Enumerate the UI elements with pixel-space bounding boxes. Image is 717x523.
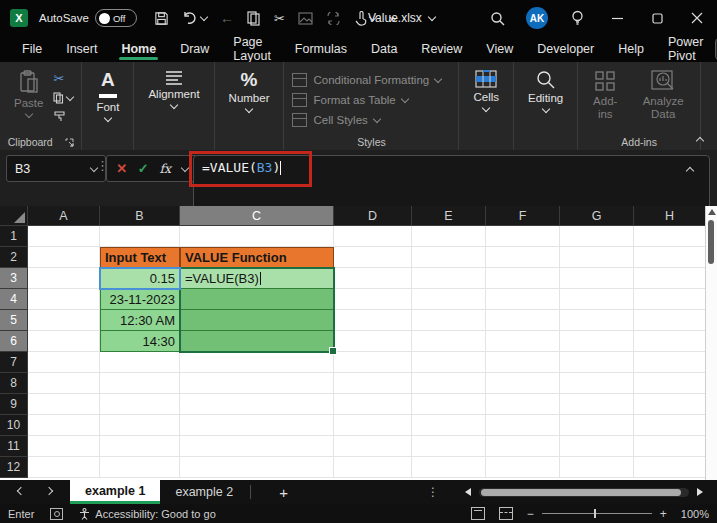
sheet-tab-example-2[interactable]: example 2 — [160, 480, 248, 504]
minimize-button[interactable] — [597, 0, 637, 36]
cell-G12[interactable] — [560, 457, 634, 478]
conditional-formatting-button[interactable]: Conditional Formatting — [292, 72, 441, 88]
cut-icon[interactable]: ✂ — [274, 11, 285, 26]
scroll-left-icon[interactable] — [465, 488, 471, 496]
cell-A10[interactable] — [28, 415, 100, 436]
cell-E7[interactable] — [412, 352, 486, 373]
cell-F3[interactable] — [486, 268, 560, 289]
undo-button[interactable] — [182, 11, 207, 25]
cell-E4[interactable] — [412, 289, 486, 310]
cell-H6[interactable] — [634, 331, 706, 352]
cell-D1[interactable] — [334, 226, 412, 247]
cell-B1[interactable] — [100, 226, 180, 247]
column-header-A[interactable]: A — [28, 206, 100, 226]
cell-C12[interactable] — [180, 457, 334, 478]
zoom-slider-thumb[interactable] — [594, 509, 596, 518]
cell-B7[interactable] — [100, 352, 180, 373]
menu-tab-formulas[interactable]: Formulas — [283, 36, 359, 62]
cell-A6[interactable] — [28, 331, 100, 352]
cell-E6[interactable] — [412, 331, 486, 352]
cell-A7[interactable] — [28, 352, 100, 373]
enter-button[interactable]: ✓ — [138, 161, 149, 176]
cell-C1[interactable] — [180, 226, 334, 247]
copy-chevron-icon[interactable] — [66, 93, 74, 101]
copy-button[interactable] — [53, 92, 73, 104]
cell-D8[interactable] — [334, 373, 412, 394]
paste-button[interactable]: Paste — [8, 68, 49, 119]
cell-C7[interactable] — [180, 352, 334, 373]
cell-D12[interactable] — [334, 457, 412, 478]
cell-B5[interactable]: 12:30 AM — [100, 310, 180, 331]
analyze-data-button[interactable]: Analyze Data — [634, 68, 692, 123]
column-header-F[interactable]: F — [486, 206, 560, 226]
sheet-tab-example-1[interactable]: example 1 — [70, 480, 160, 504]
column-header-C[interactable]: C — [180, 206, 334, 226]
cell-E8[interactable] — [412, 373, 486, 394]
cell-H1[interactable] — [634, 226, 706, 247]
cell-D6[interactable] — [334, 331, 412, 352]
menu-tab-developer[interactable]: Developer — [525, 36, 606, 62]
zoom-level[interactable]: 100% — [681, 508, 709, 520]
cell-H3[interactable] — [634, 268, 706, 289]
scroll-up-icon[interactable] — [708, 209, 716, 215]
cell-C5[interactable] — [180, 310, 334, 331]
row-header-7[interactable]: 7 — [0, 352, 28, 373]
zoom-out-button[interactable]: − — [527, 507, 534, 521]
document-title[interactable]: Value.xlsx — [368, 11, 422, 25]
page-break-view-icon[interactable] — [499, 507, 513, 520]
select-all-button[interactable] — [0, 206, 28, 226]
vertical-scrollbar-thumb[interactable] — [708, 220, 714, 264]
autosave-toggle[interactable]: Off — [95, 9, 137, 27]
cell-D7[interactable] — [334, 352, 412, 373]
cell-C8[interactable] — [180, 373, 334, 394]
row-header-2[interactable]: 2 — [0, 247, 28, 268]
cell-F2[interactable] — [486, 247, 560, 268]
cell-F4[interactable] — [486, 289, 560, 310]
menu-tab-insert[interactable]: Insert — [54, 36, 109, 62]
row-header-12[interactable]: 12 — [0, 457, 28, 478]
cell-A12[interactable] — [28, 457, 100, 478]
horizontal-scrollbar-track[interactable] — [479, 488, 689, 497]
cell-A1[interactable] — [28, 226, 100, 247]
column-header-E[interactable]: E — [412, 206, 486, 226]
accessibility-status[interactable]: Accessibility: Good to go — [79, 508, 215, 520]
cell-A5[interactable] — [28, 310, 100, 331]
cell-E12[interactable] — [412, 457, 486, 478]
horizontal-scrollbar[interactable] — [465, 488, 717, 497]
zoom-slider[interactable] — [542, 513, 652, 514]
sheet-scroll-right-icon[interactable] — [45, 487, 53, 495]
editing-chevron-icon[interactable] — [541, 105, 549, 113]
cell-H8[interactable] — [634, 373, 706, 394]
close-button[interactable] — [677, 0, 717, 36]
cell-D11[interactable] — [334, 436, 412, 457]
cell-D9[interactable] — [334, 394, 412, 415]
menu-tab-view[interactable]: View — [474, 36, 525, 62]
cell-G8[interactable] — [560, 373, 634, 394]
addins-button[interactable]: Add-ins — [586, 68, 624, 123]
cell-H10[interactable] — [634, 415, 706, 436]
account-avatar[interactable]: AK — [517, 0, 557, 36]
cell-B8[interactable] — [100, 373, 180, 394]
column-header-G[interactable]: G — [560, 206, 634, 226]
column-header-D[interactable]: D — [334, 206, 412, 226]
cell-C3[interactable]: =VALUE(B3) — [180, 268, 334, 289]
cell-G11[interactable] — [560, 436, 634, 457]
cell-A4[interactable] — [28, 289, 100, 310]
row-header-6[interactable]: 6 — [0, 331, 28, 352]
cells-chevron-icon[interactable] — [482, 104, 490, 112]
cell-A11[interactable] — [28, 436, 100, 457]
copy-icon[interactable] — [247, 11, 261, 26]
cell-A2[interactable] — [28, 247, 100, 268]
cell-G9[interactable] — [560, 394, 634, 415]
cell-F10[interactable] — [486, 415, 560, 436]
cell-E3[interactable] — [412, 268, 486, 289]
macro-record-icon[interactable] — [50, 508, 63, 520]
cell-styles-button[interactable]: Cell Styles — [292, 112, 379, 128]
cell-H4[interactable] — [634, 289, 706, 310]
cell-E11[interactable] — [412, 436, 486, 457]
cell-H9[interactable] — [634, 394, 706, 415]
cancel-button[interactable]: ✕ — [116, 161, 127, 176]
cell-H5[interactable] — [634, 310, 706, 331]
row-header-3[interactable]: 3 — [0, 268, 28, 289]
cell-C10[interactable] — [180, 415, 334, 436]
